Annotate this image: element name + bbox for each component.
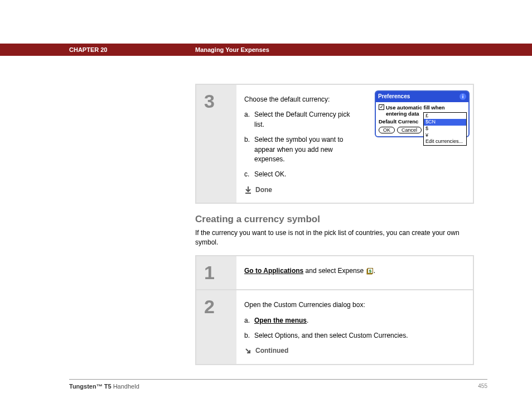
step3-c-letter: c. [244, 170, 254, 179]
header-inner: CHAPTER 20 Managing Your Expenses [69, 44, 487, 56]
step3-b-text: Select the symbol you want to appear whe… [254, 135, 356, 164]
step2-a-period: . [307, 317, 308, 324]
device-body: ✓ Use automatic fill when entering data … [376, 102, 468, 137]
step2-intro: Open the Custom Currencies dialog box: [244, 300, 465, 310]
info-icon[interactable]: i [460, 93, 466, 100]
product-model: T5 [103, 383, 112, 390]
currency-opt-1[interactable]: £ [424, 113, 466, 119]
device-titlebar: Preferences i [376, 92, 468, 102]
continued-indicator: Continued [244, 346, 465, 356]
step1-period: . [374, 267, 375, 275]
continued-arrow-icon [244, 347, 252, 355]
page-number: 455 [478, 383, 487, 390]
step3-number: 3 [196, 85, 236, 203]
step2-b-letter: b. [244, 331, 254, 341]
step1-row: 1 Go to Applications and select Expense … [196, 256, 473, 290]
step2-body: Open the Custom Currencies dialog box: a… [236, 290, 473, 364]
continued-label: Continued [255, 346, 288, 356]
step1-text: Go to Applications and select Expense $. [244, 266, 465, 276]
device-title: Preferences [378, 93, 410, 101]
done-indicator: Done [244, 185, 465, 195]
currency-opt-3[interactable]: $ [424, 126, 466, 132]
step1-number: 1 [196, 256, 236, 289]
main-content: 3 Preferences i ✓ Use automatic fill whe… [195, 84, 474, 375]
done-arrow-icon [244, 186, 252, 194]
page-footer: Tungsten™ T5 Handheld 455 [69, 379, 487, 390]
product-label: Tungsten™ T5 Handheld [69, 383, 139, 390]
svg-line-5 [246, 349, 250, 353]
preferences-device: Preferences i ✓ Use automatic fill when … [375, 90, 470, 137]
currency-dropdown[interactable]: £ $CN $ ¥ Edit currencies... [423, 112, 467, 146]
step3-a: a. Select the Default Currency pick list… [244, 110, 356, 130]
autofill-checkbox[interactable]: ✓ [379, 104, 384, 110]
step3-row: 3 Preferences i ✓ Use automatic fill whe… [196, 85, 473, 203]
step2-number: 2 [196, 290, 236, 364]
chapter-label: CHAPTER 20 [69, 46, 195, 53]
product-brand: Tungsten™ [69, 383, 103, 390]
header-band: CHAPTER 20 Managing Your Expenses [0, 44, 532, 56]
step2-b: b. Select Options, and then select Custo… [244, 331, 465, 341]
step1-body: Go to Applications and select Expense $. [236, 256, 473, 289]
step2-row: 2 Open the Custom Currencies dialog box:… [196, 290, 473, 364]
steps12-box: 1 Go to Applications and select Expense … [195, 255, 474, 365]
step3-box: 3 Preferences i ✓ Use automatic fill whe… [195, 84, 474, 204]
step2-b-text: Select Options, and then select Custom C… [254, 331, 465, 341]
currency-opt-5[interactable]: Edit currencies... [424, 138, 466, 145]
section-label: Managing Your Expenses [195, 46, 269, 53]
step3-body: Preferences i ✓ Use automatic fill when … [236, 85, 473, 203]
step3-a-letter: a. [244, 110, 254, 130]
currency-opt-2[interactable]: $CN [424, 119, 466, 126]
svg-text:$: $ [369, 269, 371, 274]
cancel-button[interactable]: Cancel [397, 127, 422, 134]
step3-a-text: Select the Default Currency pick list. [254, 110, 356, 130]
section-heading: Creating a currency symbol [195, 214, 474, 225]
step3-c-text: Select OK. [254, 170, 356, 179]
step2-a-letter: a. [244, 316, 254, 325]
ok-button[interactable]: OK [379, 127, 395, 134]
go-to-applications-link[interactable]: Go to Applications [244, 267, 303, 275]
step3-c: c. Select OK. [244, 170, 356, 179]
step3-b-letter: b. [244, 135, 254, 164]
step1-rest: and select Expense [303, 267, 365, 275]
open-menus-link[interactable]: Open the menus [254, 317, 307, 324]
expense-icon: $ [366, 267, 374, 275]
step2-a: a. Open the menus. [244, 316, 465, 325]
product-suffix: Handheld [112, 383, 139, 390]
currency-opt-4[interactable]: ¥ [424, 132, 466, 139]
step2-a-text: Open the menus. [254, 316, 465, 325]
section-paragraph: If the currency you want to use is not i… [195, 228, 474, 247]
step3-b: b. Select the symbol you want to appear … [244, 135, 356, 164]
done-label: Done [255, 185, 272, 195]
